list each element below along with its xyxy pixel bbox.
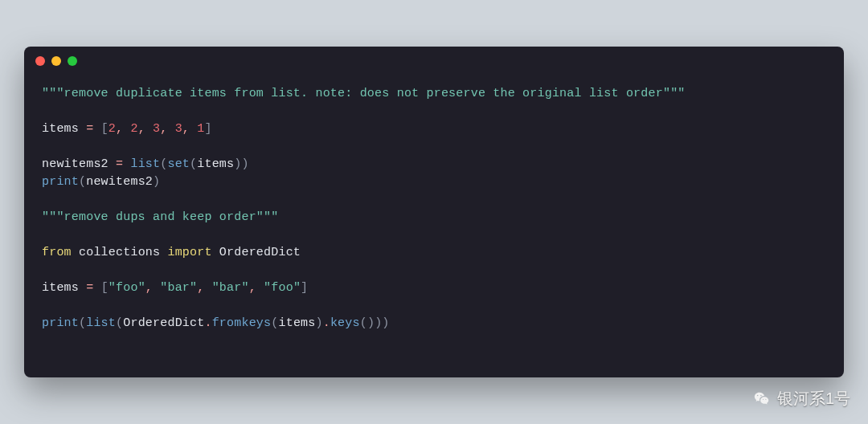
paren-close: ): [316, 316, 323, 330]
operator-eq: =: [108, 157, 131, 171]
identifier: items: [42, 281, 79, 295]
paren-close: ): [241, 157, 248, 171]
identifier: newitems2: [42, 157, 108, 171]
operator-eq: =: [79, 122, 101, 136]
comma: ,: [145, 281, 160, 295]
builtin-list: list: [130, 157, 160, 171]
close-icon[interactable]: [35, 56, 45, 66]
builtin-list: list: [86, 316, 116, 330]
identifier: newitems2: [86, 175, 153, 189]
dot: .: [204, 316, 211, 330]
docstring: """remove dups and keep order""": [42, 210, 278, 224]
paren-open: (: [190, 157, 197, 171]
number-literal: 3: [175, 122, 182, 136]
bracket-open: [: [101, 122, 108, 136]
string-literal: "foo": [264, 281, 301, 295]
comma: ,: [116, 122, 130, 136]
builtin-print: print: [42, 316, 79, 330]
string-literal: "bar": [212, 281, 249, 295]
paren-open: (: [360, 316, 367, 330]
paren-close: ): [367, 316, 375, 330]
string-literal: "foo": [108, 281, 145, 295]
comma: ,: [249, 281, 264, 295]
dot: .: [323, 316, 330, 330]
docstring: """remove duplicate items from list. not…: [42, 87, 686, 100]
paren-open: (: [79, 316, 86, 330]
identifier: items: [42, 122, 79, 136]
zoom-icon[interactable]: [68, 56, 77, 66]
bracket-close: ]: [301, 281, 308, 295]
method-fromkeys: fromkeys: [212, 316, 272, 330]
builtin-print: print: [42, 175, 79, 189]
paren-close: ): [153, 175, 160, 189]
comma: ,: [160, 122, 174, 136]
code-block: """remove duplicate items from list. not…: [24, 75, 844, 349]
keyword-from: from: [42, 246, 72, 259]
number-literal: 2: [130, 122, 137, 136]
identifier: items: [197, 157, 234, 171]
comma: ,: [138, 122, 153, 136]
class-name: OrderedDict: [219, 246, 301, 259]
paren-close: ): [375, 316, 382, 330]
module-name: collections: [79, 246, 160, 259]
window-titlebar: [24, 47, 844, 75]
paren-open: (: [116, 316, 123, 330]
bracket-close: ]: [204, 122, 211, 136]
operator-eq: =: [79, 281, 101, 295]
code-window: """remove duplicate items from list. not…: [24, 47, 844, 377]
string-literal: "bar": [160, 281, 197, 295]
class-name: OrderedDict: [123, 316, 204, 330]
wechat-icon: [753, 390, 771, 408]
keyword-import: import: [167, 246, 211, 259]
number-literal: 3: [153, 122, 160, 136]
comma: ,: [182, 122, 197, 136]
builtin-set: set: [167, 157, 190, 171]
bracket-open: [: [101, 281, 108, 295]
comma: ,: [197, 281, 211, 295]
paren-close: ): [382, 316, 389, 330]
watermark-text: 银河系1号: [777, 388, 850, 410]
number-literal: 2: [108, 122, 116, 136]
paren-open: (: [79, 175, 86, 189]
watermark: 银河系1号: [753, 388, 850, 410]
minimize-icon[interactable]: [51, 56, 61, 66]
identifier: items: [278, 316, 315, 330]
method-keys: keys: [330, 316, 360, 330]
